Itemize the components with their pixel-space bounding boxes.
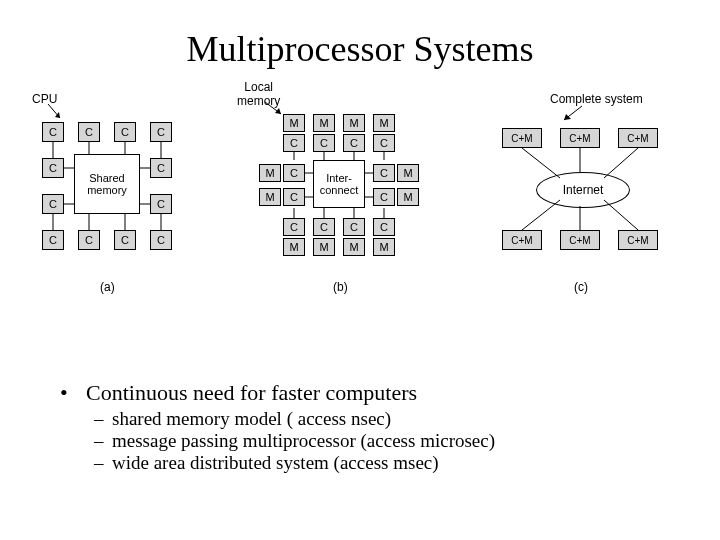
slide-title: Multiprocessor Systems [0,28,720,70]
subbullet-2: message passing multiprocessor (access m… [112,430,495,452]
svg-line-33 [522,200,560,230]
figure-c: Complete system C+M C+M C+M Internet C+M… [490,80,700,310]
figures-row: CPU C C C C C C C C C C C C Shared memor… [0,80,720,340]
bullet-dot-icon: • [60,380,86,406]
connectors-a [30,80,220,300]
svg-line-35 [604,200,638,230]
connectors-b [255,80,455,280]
svg-line-32 [604,148,638,178]
figure-a: CPU C C C C C C C C C C C C Shared memor… [30,80,220,310]
svg-line-30 [522,148,560,178]
dash-icon: – [94,452,112,474]
connectors-c [490,80,690,280]
subbullet-1: shared memory model ( access nsec) [112,408,391,430]
bullet-text: Continuous need for faster computers [86,380,417,406]
figure-a-sub: (a) [100,280,115,294]
figure-b: Local memory M M M M C C C C M C M C C M… [255,80,465,310]
dash-icon: – [94,430,112,452]
subbullet-3: wide area distributed system (access mse… [112,452,439,474]
figure-c-sub: (c) [574,280,588,294]
dash-icon: – [94,408,112,430]
figure-b-sub: (b) [333,280,348,294]
bullet-content: • Continuous need for faster computers –… [60,380,495,474]
